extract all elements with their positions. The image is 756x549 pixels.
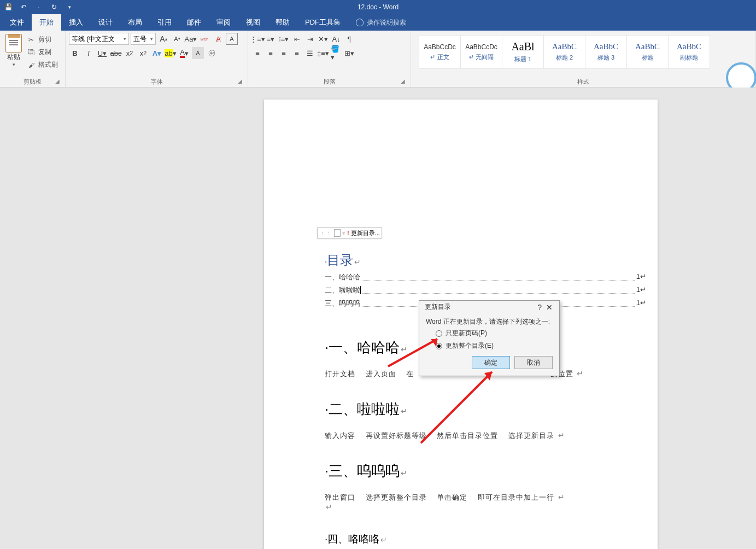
toc-entry[interactable]: 二、啦啦啦1↵ — [325, 285, 646, 295]
radio-icon — [436, 343, 442, 349]
shrink-font-button[interactable]: A▾ — [171, 33, 183, 45]
style-item[interactable]: AaBbC标题 3 — [585, 35, 627, 69]
tab-design[interactable]: 设计 — [91, 14, 120, 31]
page-icon — [334, 229, 341, 237]
style-item[interactable]: AaBl标题 1 — [502, 35, 544, 69]
highlight-button[interactable]: ab▾ — [165, 47, 177, 59]
tell-me-search[interactable]: 操作说明搜索 — [348, 14, 406, 31]
line-spacing-button[interactable]: ‡≡▾ — [317, 47, 329, 59]
tab-layout[interactable]: 布局 — [120, 14, 150, 31]
copy-icon — [28, 49, 36, 56]
superscript-button[interactable]: x2 — [137, 47, 149, 59]
align-center-button[interactable]: ≡ — [265, 47, 277, 59]
radio-update-page-numbers[interactable]: 只更新页码(P) — [436, 329, 553, 338]
font-size-combo[interactable]: 五号▾ — [131, 33, 156, 45]
toc-title: 目录 — [327, 253, 353, 267]
text-effects-button[interactable]: A▾ — [151, 47, 163, 59]
tab-insert[interactable]: 插入 — [61, 14, 91, 31]
group-paragraph: ⋮≡▾ ≡▾ ⁝≡▾ ⇤ ⇥ ✕▾ A↓ ¶ ≡ ≡ ≡ ≡ ☰ ‡≡▾ 🪣▾ … — [248, 31, 411, 87]
tab-mailings[interactable]: 邮件 — [179, 14, 209, 31]
clear-formatting-button[interactable]: A̷ — [212, 33, 224, 45]
style-item[interactable]: AaBbC标题 — [626, 35, 669, 69]
heading-4: ·四、咯咯咯↵ — [325, 532, 631, 546]
multilevel-list-button[interactable]: ⁝≡▾ — [278, 33, 290, 45]
font-launcher[interactable]: ◢ — [237, 78, 243, 85]
dialog-message: Word 正在更新目录，请选择下列选项之一: — [426, 317, 553, 326]
font-group-label: 字体 — [151, 78, 163, 85]
tab-view[interactable]: 视图 — [238, 14, 268, 31]
tab-pdf-tools[interactable]: PDF工具集 — [297, 14, 348, 31]
paragraph-3: 弹出窗口 选择更新整个目录 单击确定 即可在目录中加上一行 ↵ ↵ — [325, 493, 631, 511]
styles-gallery[interactable]: AaBbCcDc↵ 正文AaBbCcDc↵ 无间隔AaBl标题 1AaBbC标题… — [414, 33, 752, 69]
toc-field-context-bar[interactable]: ⋮⋮ ▾ ! 更新目录... — [317, 227, 382, 238]
paste-button[interactable]: 粘贴 ▾ — [3, 33, 24, 68]
font-color-button[interactable]: A▾ — [178, 47, 190, 59]
ribbon-tab-strip: 文件 开始 插入 设计 布局 引用 邮件 审阅 视图 帮助 PDF工具集 操作说… — [0, 14, 756, 31]
redo-button[interactable]: ↻ — [48, 1, 60, 13]
group-font: 等线 (中文正文▾ 五号▾ A▴ A▾ Aa▾ wén A̷ A B I U▾ … — [66, 31, 248, 87]
style-item[interactable]: AaBbCcDc↵ 正文 — [419, 35, 461, 69]
clipboard-group-label: 剪贴板 — [24, 78, 42, 85]
style-item[interactable]: AaBbCcDc↵ 无间隔 — [460, 35, 502, 69]
borders-button[interactable]: ⊞▾ — [343, 47, 355, 59]
tab-help[interactable]: 帮助 — [268, 14, 297, 31]
toc-entry[interactable]: 一、哈哈哈1↵ — [325, 272, 646, 282]
copy-button[interactable]: 复制 — [26, 46, 60, 58]
tab-review[interactable]: 审阅 — [209, 14, 238, 31]
ok-button[interactable]: 确定 — [472, 356, 510, 369]
clipboard-launcher[interactable]: ◢ — [54, 78, 61, 85]
align-left-button[interactable]: ≡ — [251, 47, 263, 59]
asian-layout-button[interactable]: ✕▾ — [317, 33, 329, 45]
cancel-button[interactable]: 取消 — [514, 356, 553, 369]
strikethrough-button[interactable]: abc — [110, 47, 122, 59]
update-toc-link[interactable]: 更新目录... — [351, 229, 380, 237]
format-painter-button[interactable]: 格式刷 — [26, 59, 60, 71]
document-workspace: ⋮⋮ ▾ ! 更新目录... ·目录↵ 一、哈哈哈1↵二、啦啦啦1↵三、呜呜呜1… — [0, 87, 756, 549]
radio-update-entire-toc[interactable]: 更新整个目录(E) — [436, 341, 553, 351]
increase-indent-button[interactable]: ⇥ — [304, 33, 316, 45]
bold-button[interactable]: B — [69, 47, 81, 59]
dialog-help-button[interactable]: ? — [535, 303, 544, 312]
update-toc-dialog: 更新目录 ? ✕ Word 正在更新目录，请选择下列选项之一: 只更新页码(P)… — [419, 300, 560, 376]
decrease-indent-button[interactable]: ⇤ — [291, 33, 303, 45]
shading-button[interactable]: 🪣▾ — [330, 47, 342, 59]
change-case-button[interactable]: Aa▾ — [185, 33, 197, 45]
save-button[interactable]: 💾 — [2, 1, 14, 13]
numbering-button[interactable]: ≡▾ — [265, 33, 277, 45]
show-marks-button[interactable]: ¶ — [343, 33, 355, 45]
font-name-combo[interactable]: 等线 (中文正文▾ — [69, 33, 129, 45]
tab-references[interactable]: 引用 — [150, 14, 179, 31]
dialog-close-button[interactable]: ✕ — [544, 303, 555, 312]
dialog-title: 更新目录 — [425, 302, 451, 312]
heading-3: ·三、呜呜呜↵ — [325, 462, 631, 481]
justify-button[interactable]: ≡ — [291, 47, 303, 59]
ribbon: 粘贴 ▾ 剪切 复制 格式刷 剪贴板◢ 等线 (中文正文▾ 五号▾ A▴ A▾ … — [0, 31, 756, 87]
exclaim-icon: ! — [347, 230, 349, 236]
char-shading-button[interactable]: A — [192, 47, 204, 59]
tell-me-label: 操作说明搜索 — [367, 18, 406, 27]
scissors-icon — [28, 36, 36, 44]
style-item[interactable]: AaBbC标题 2 — [543, 35, 585, 69]
sort-button[interactable]: A↓ — [330, 33, 342, 45]
group-styles: AaBbCcDc↵ 正文AaBbCcDc↵ 无间隔AaBl标题 1AaBbC标题… — [411, 31, 756, 87]
style-item[interactable]: AaBbC副标题 — [668, 35, 710, 69]
italic-button[interactable]: I — [83, 47, 95, 59]
dialog-titlebar[interactable]: 更新目录 ? ✕ — [419, 301, 559, 315]
phonetic-guide-button[interactable]: wén — [198, 33, 210, 45]
char-border-button[interactable]: A — [226, 33, 238, 45]
subscript-button[interactable]: x2 — [124, 47, 136, 59]
paste-icon — [5, 34, 22, 52]
grow-font-button[interactable]: A▴ — [157, 33, 169, 45]
paragraph-launcher[interactable]: ◢ — [400, 78, 406, 85]
undo-button[interactable]: ↶ — [17, 1, 30, 13]
tab-home[interactable]: 开始 — [32, 14, 61, 31]
qat-customize[interactable]: ▾ — [63, 1, 75, 13]
bullets-button[interactable]: ⋮≡▾ — [251, 33, 263, 45]
distribute-button[interactable]: ☰ — [304, 47, 316, 59]
drag-handle-icon[interactable]: ⋮⋮ — [319, 230, 332, 237]
underline-button[interactable]: U▾ — [96, 47, 108, 59]
cut-button[interactable]: 剪切 — [26, 34, 60, 45]
tab-file[interactable]: 文件 — [2, 14, 32, 31]
enclose-char-button[interactable]: ㊥ — [206, 47, 218, 59]
align-right-button[interactable]: ≡ — [278, 47, 290, 59]
